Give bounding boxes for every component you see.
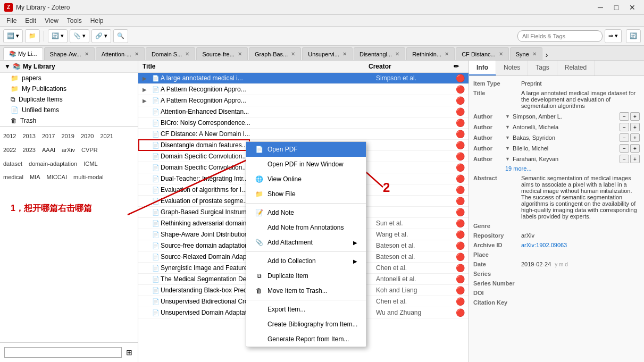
sidebar-item-unfileditems[interactable]: 📄 Unfiled Items: [0, 105, 138, 115]
close-button[interactable]: ✕: [625, 2, 640, 13]
tab-graphbas[interactable]: Graph-Bas... ✕: [249, 47, 301, 60]
sidebar-library-header[interactable]: ▼ 📚 My Library: [0, 61, 138, 73]
tag-button[interactable]: 🔗 ▾: [91, 29, 111, 43]
tag-search-input[interactable]: [4, 347, 122, 358]
list-item-4[interactable]: ▶ 📄 BiCro: Noisy Correspondence... 🔴: [138, 117, 469, 129]
tab-close-attention[interactable]: ✕: [135, 51, 139, 57]
list-item-1[interactable]: ▶ 📄 A Pattern Recognition Appro... 🔴: [138, 84, 469, 95]
ctx-add-note[interactable]: 📝 Add Note: [246, 205, 366, 220]
ctx-duplicate-item[interactable]: ⧉ Duplicate Item: [246, 268, 366, 283]
tab-close-disentangl[interactable]: ✕: [395, 51, 399, 57]
menu-edit[interactable]: Edit: [21, 16, 40, 26]
list-item-0[interactable]: ▶ 📄 A large annotated medical i... Simps…: [138, 73, 469, 84]
locate-button[interactable]: ⇒ ▾: [605, 29, 622, 43]
ctx-add-to-collection[interactable]: Add to Collection ▶: [246, 254, 366, 268]
more-authors[interactable]: 19 more...: [473, 165, 640, 172]
author-add-btn-2[interactable]: +: [630, 133, 640, 142]
tab-info[interactable]: Info: [469, 61, 496, 75]
menu-file[interactable]: File: [2, 16, 21, 26]
sync-status-button[interactable]: 🔄: [626, 29, 641, 43]
tag-dataset[interactable]: dataset: [3, 159, 22, 170]
tag-2013[interactable]: 2013: [22, 131, 35, 142]
author-add-btn-3[interactable]: +: [630, 144, 640, 153]
tab-unsupervi[interactable]: Unsupervi... ✕: [302, 47, 353, 60]
tag-2020[interactable]: 2020: [81, 131, 94, 142]
author-expand-icon-3[interactable]: ▼: [505, 146, 511, 151]
author-remove-btn-3[interactable]: −: [620, 144, 629, 153]
author-remove-btn-4[interactable]: −: [620, 155, 629, 163]
tab-related[interactable]: Related: [557, 61, 595, 75]
minimize-button[interactable]: ─: [593, 2, 608, 13]
tab-close-graphbas[interactable]: ✕: [291, 51, 295, 57]
info-archiveid-value[interactable]: arXiv:1902.09063: [521, 242, 640, 248]
tab-close-cfdistanc[interactable]: ✕: [499, 51, 503, 57]
new-item-button[interactable]: 🆕 ▾: [3, 29, 23, 43]
search-input[interactable]: [517, 30, 603, 42]
ctx-open-pdf-new-window[interactable]: Open PDF in New Window: [246, 157, 366, 172]
tab-mylibrary[interactable]: 📚 My Li...: [3, 47, 43, 60]
tab-close-domains[interactable]: ✕: [185, 51, 189, 57]
tag-2012[interactable]: 2012: [3, 131, 16, 142]
tag-icml[interactable]: ICML: [83, 159, 97, 170]
tab-shapeaw[interactable]: Shape-Aw... ✕: [44, 47, 95, 60]
tab-close-sourcefre[interactable]: ✕: [238, 51, 242, 57]
tag-grid-icon[interactable]: ⊞: [126, 348, 132, 357]
tag-2019[interactable]: 2019: [61, 131, 74, 142]
author-add-btn-4[interactable]: +: [630, 155, 640, 163]
tab-rethinkin[interactable]: Rethinkin... ✕: [406, 47, 455, 60]
tabs-overflow[interactable]: ›: [543, 49, 550, 60]
menu-tools[interactable]: Tools: [63, 16, 86, 26]
tab-notes[interactable]: Notes: [496, 61, 528, 75]
sync-button[interactable]: 🔄 ▾: [48, 29, 68, 43]
tag-aaai[interactable]: AAAI: [42, 145, 55, 156]
tab-close-rethinkin[interactable]: ✕: [445, 51, 449, 57]
sidebar-item-trash[interactable]: 🗑 Trash: [0, 115, 138, 126]
list-item-5[interactable]: ▶ 📄 CF Distance: A New Domain I... 🔴: [138, 129, 469, 140]
tag-domain-adaptation[interactable]: domain-adaptation: [29, 159, 77, 170]
tag-medical[interactable]: medical: [3, 172, 23, 183]
ctx-create-bibliography[interactable]: Create Bibliography from Item...: [246, 317, 366, 332]
ctx-open-pdf[interactable]: 📄 Open PDF: [246, 142, 366, 157]
tab-disentangl[interactable]: Disentangl... ✕: [354, 47, 405, 60]
tag-mia[interactable]: MIA: [30, 172, 40, 183]
tab-domains[interactable]: Domain S... ✕: [146, 47, 195, 60]
ctx-show-file[interactable]: 📁 Show File: [246, 187, 366, 201]
tab-tags[interactable]: Tags: [528, 61, 557, 75]
column-creator[interactable]: Creator: [369, 63, 454, 70]
tab-syne[interactable]: Syne ✕: [510, 47, 542, 60]
ctx-add-attachment[interactable]: 📎 Add Attachment ▶: [246, 235, 366, 250]
author-expand-icon-1[interactable]: ▼: [505, 124, 511, 130]
tag-2021[interactable]: 2021: [100, 131, 113, 142]
ctx-move-to-trash[interactable]: 🗑 Move Item to Trash...: [246, 283, 366, 298]
tag-2023[interactable]: 2023: [22, 145, 35, 156]
sidebar-item-duplicateitems[interactable]: ⧉ Duplicate Items: [0, 94, 138, 105]
sidebar-item-papers[interactable]: 📁 papers: [0, 73, 138, 83]
author-add-btn-0[interactable]: +: [630, 112, 640, 121]
author-remove-btn-0[interactable]: −: [620, 112, 629, 121]
author-expand-icon-0[interactable]: ▼: [505, 114, 511, 119]
tab-close-shapeaw[interactable]: ✕: [85, 51, 89, 57]
column-title[interactable]: Title: [143, 63, 369, 70]
tab-sourcefre[interactable]: Source-fre... ✕: [196, 47, 248, 60]
tag-arxiv[interactable]: arXiv: [62, 145, 75, 156]
ctx-generate-report[interactable]: Generate Report from Item...: [246, 332, 366, 347]
tag-2017[interactable]: 2017: [42, 131, 55, 142]
tab-close-syne[interactable]: ✕: [532, 51, 537, 57]
author-remove-btn-1[interactable]: −: [620, 123, 629, 131]
tag-2022[interactable]: 2022: [3, 145, 16, 156]
search-attach-button[interactable]: 🔍: [113, 29, 128, 43]
author-remove-btn-2[interactable]: −: [620, 133, 629, 142]
tab-close-unsupervi[interactable]: ✕: [342, 51, 347, 57]
tag-cvpr[interactable]: CVPR: [81, 145, 98, 156]
menu-view[interactable]: View: [40, 16, 63, 26]
ctx-view-online[interactable]: 🌐 View Online: [246, 172, 366, 187]
list-item-2[interactable]: ▶ 📄 A Pattern Recognition Appro... 🔴: [138, 95, 469, 106]
tag-miccai[interactable]: MICCAI: [46, 172, 67, 183]
tag-multimodal[interactable]: multi-modal: [73, 172, 104, 183]
author-expand-icon-2[interactable]: ▼: [505, 135, 511, 140]
ctx-add-note-from-annotations[interactable]: Add Note from Annotations: [246, 220, 366, 235]
menu-help[interactable]: Help: [86, 16, 108, 26]
maximize-button[interactable]: □: [609, 2, 624, 13]
list-item-3[interactable]: ▶ 📄 Attention-Enhanced Disentan... 🔴: [138, 106, 469, 117]
tab-attention[interactable]: Attention-... ✕: [96, 47, 145, 60]
